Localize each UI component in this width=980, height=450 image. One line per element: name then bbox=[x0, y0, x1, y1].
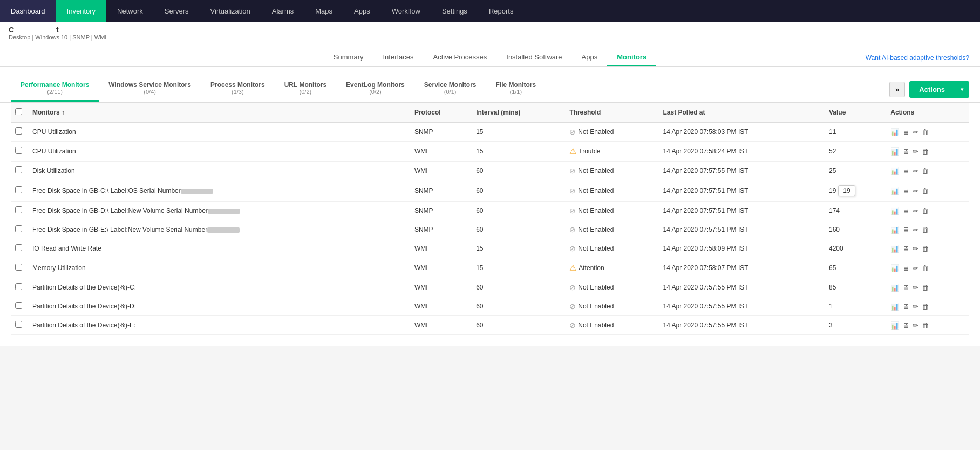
monitor-value: 11 bbox=[825, 123, 886, 142]
nav-item-virtualization[interactable]: Virtualization bbox=[200, 0, 261, 22]
actions-button[interactable]: Actions bbox=[909, 81, 955, 98]
nav-item-inventory[interactable]: Inventory bbox=[56, 0, 106, 22]
delete-icon[interactable]: 🗑 bbox=[922, 226, 929, 234]
nav-item-dashboard[interactable]: Dashboard bbox=[0, 0, 56, 22]
table-row: Disk UtilizationWMI60⊘ Not Enabled14 Apr… bbox=[11, 162, 969, 180]
monitor-icon[interactable]: 🖥 bbox=[902, 187, 909, 195]
monitor-value: 3 bbox=[825, 316, 886, 335]
monitor-tab-service-monitors[interactable]: Service Monitors(0/1) bbox=[414, 76, 486, 102]
monitor-protocol: WMI bbox=[410, 142, 472, 162]
delete-icon[interactable]: 🗑 bbox=[922, 147, 929, 156]
chart-icon[interactable]: 📊 bbox=[890, 187, 899, 195]
row-checkbox[interactable] bbox=[15, 283, 22, 290]
select-all-checkbox[interactable] bbox=[15, 108, 22, 115]
delete-icon[interactable]: 🗑 bbox=[922, 207, 929, 215]
delete-icon[interactable]: 🗑 bbox=[922, 303, 929, 311]
row-checkbox[interactable] bbox=[15, 264, 22, 271]
nav-item-alarms[interactable]: Alarms bbox=[261, 0, 304, 22]
monitor-protocol: SNMP bbox=[410, 220, 472, 239]
chart-icon[interactable]: 📊 bbox=[890, 147, 899, 156]
secondary-tab-apps[interactable]: Apps bbox=[572, 49, 608, 66]
row-actions: 📊 🖥 ✏ 🗑 bbox=[886, 202, 969, 220]
monitor-icon[interactable]: 🖥 bbox=[902, 245, 909, 253]
nav-item-apps[interactable]: Apps bbox=[343, 0, 381, 22]
chart-icon[interactable]: 📊 bbox=[890, 167, 899, 175]
monitor-icon[interactable]: 🖥 bbox=[902, 284, 909, 292]
monitor-icon[interactable]: 🖥 bbox=[902, 226, 909, 234]
monitor-icon[interactable]: 🖥 bbox=[902, 264, 909, 272]
monitor-tab-process-monitors[interactable]: Process Monitors(1/3) bbox=[201, 76, 275, 102]
edit-icon[interactable]: ✏ bbox=[913, 303, 918, 311]
chart-icon[interactable]: 📊 bbox=[890, 245, 899, 253]
monitors-table-area: Monitors ↑ProtocolInterval (mins)Thresho… bbox=[0, 103, 980, 346]
chart-icon[interactable]: 📊 bbox=[890, 207, 899, 215]
nav-item-servers[interactable]: Servers bbox=[154, 0, 200, 22]
monitor-icon[interactable]: 🖥 bbox=[902, 167, 909, 175]
monitor-protocol: SNMP bbox=[410, 123, 472, 142]
monitor-tab-performance-monitors[interactable]: Performance Monitors(2/11) bbox=[11, 76, 99, 102]
row-actions: 📊 🖥 ✏ 🗑 bbox=[886, 316, 969, 335]
monitor-icon[interactable]: 🖥 bbox=[902, 147, 909, 156]
monitor-icon[interactable]: 🖥 bbox=[902, 303, 909, 311]
monitor-tab-eventlog-monitors[interactable]: EventLog Monitors(0/2) bbox=[336, 76, 414, 102]
nav-item-workflow[interactable]: Workflow bbox=[381, 0, 431, 22]
edit-icon[interactable]: ✏ bbox=[913, 207, 918, 215]
delete-icon[interactable]: 🗑 bbox=[922, 321, 929, 330]
row-checkbox[interactable] bbox=[15, 147, 22, 154]
chart-icon[interactable]: 📊 bbox=[890, 321, 899, 330]
threshold-label: Not Enabled bbox=[578, 284, 614, 291]
monitor-icon[interactable]: 🖥 bbox=[902, 128, 909, 136]
edit-icon[interactable]: ✏ bbox=[913, 187, 918, 195]
secondary-tab-interfaces[interactable]: Interfaces bbox=[373, 49, 423, 66]
edit-icon[interactable]: ✏ bbox=[913, 264, 918, 272]
nav-item-settings[interactable]: Settings bbox=[431, 0, 478, 22]
row-checkbox[interactable] bbox=[15, 186, 22, 193]
monitor-value: 65 bbox=[825, 258, 886, 278]
nav-item-network[interactable]: Network bbox=[106, 0, 154, 22]
edit-icon[interactable]: ✏ bbox=[913, 128, 918, 136]
edit-icon[interactable]: ✏ bbox=[913, 167, 918, 175]
secondary-tab-summary[interactable]: Summary bbox=[324, 49, 373, 66]
chart-icon[interactable]: 📊 bbox=[890, 226, 899, 234]
edit-icon[interactable]: ✏ bbox=[913, 245, 918, 253]
delete-icon[interactable]: 🗑 bbox=[922, 245, 929, 253]
secondary-tab-installed-software[interactable]: Installed Software bbox=[496, 49, 571, 66]
monitor-last-polled: 14 Apr 2020 07:57:51 PM IST bbox=[658, 202, 825, 220]
chart-icon[interactable]: 📊 bbox=[890, 303, 899, 311]
row-checkbox[interactable] bbox=[15, 225, 22, 232]
monitor-icon[interactable]: 🖥 bbox=[902, 321, 909, 330]
breadcrumb-sub: Desktop | Windows 10 | SNMP | WMI bbox=[9, 34, 971, 41]
row-checkbox[interactable] bbox=[15, 244, 22, 251]
delete-icon[interactable]: 🗑 bbox=[922, 128, 929, 136]
secondary-tab-active-processes[interactable]: Active Processes bbox=[424, 49, 497, 66]
actions-dropdown-button[interactable]: ▾ bbox=[955, 81, 969, 98]
row-checkbox[interactable] bbox=[15, 166, 22, 173]
nav-item-reports[interactable]: Reports bbox=[478, 0, 525, 22]
chart-icon[interactable]: 📊 bbox=[890, 264, 899, 272]
edit-icon[interactable]: ✏ bbox=[913, 147, 918, 156]
monitor-name: Partition Details of the Device(%)-C: bbox=[28, 278, 410, 297]
ai-link[interactable]: Want AI-based adaptive thresholds? bbox=[866, 54, 969, 62]
edit-icon[interactable]: ✏ bbox=[913, 321, 918, 330]
edit-icon[interactable]: ✏ bbox=[913, 226, 918, 234]
delete-icon[interactable]: 🗑 bbox=[922, 167, 929, 175]
chart-icon[interactable]: 📊 bbox=[890, 284, 899, 292]
delete-icon[interactable]: 🗑 bbox=[922, 187, 929, 195]
monitor-last-polled: 14 Apr 2020 07:58:03 PM IST bbox=[658, 123, 825, 142]
more-tabs-button[interactable]: » bbox=[889, 82, 905, 97]
monitor-threshold: ⊘ Not Enabled bbox=[565, 278, 658, 297]
row-checkbox[interactable] bbox=[15, 206, 22, 213]
monitor-tab-url-monitors[interactable]: URL Monitors(0/2) bbox=[275, 76, 336, 102]
delete-icon[interactable]: 🗑 bbox=[922, 264, 929, 272]
secondary-tab-monitors[interactable]: Monitors bbox=[607, 49, 656, 66]
edit-icon[interactable]: ✏ bbox=[913, 284, 918, 292]
row-checkbox[interactable] bbox=[15, 127, 22, 135]
nav-item-maps[interactable]: Maps bbox=[304, 0, 343, 22]
row-checkbox[interactable] bbox=[15, 302, 22, 309]
row-checkbox[interactable] bbox=[15, 321, 22, 328]
monitor-tab-windows-service-monitors[interactable]: Windows Service Monitors(0/4) bbox=[99, 76, 201, 102]
chart-icon[interactable]: 📊 bbox=[890, 128, 899, 136]
delete-icon[interactable]: 🗑 bbox=[922, 284, 929, 292]
monitor-tab-file-monitors[interactable]: File Monitors(1/1) bbox=[486, 76, 546, 102]
monitor-icon[interactable]: 🖥 bbox=[902, 207, 909, 215]
